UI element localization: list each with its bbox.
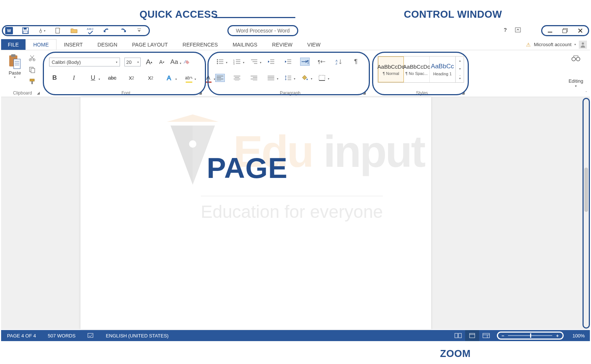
close-button[interactable] xyxy=(578,28,583,33)
annotation-bubble-styles xyxy=(372,52,469,95)
svg-rect-21 xyxy=(31,81,33,84)
svg-rect-5 xyxy=(515,28,520,32)
read-mode-icon[interactable] xyxy=(451,330,465,341)
editing-dropdown-icon: ▼ xyxy=(565,85,587,88)
svg-rect-2 xyxy=(23,31,28,33)
quick-access-toolbar: W ▾ ABC xyxy=(2,25,150,36)
new-doc-icon[interactable] xyxy=(54,27,62,34)
word-count[interactable]: 507 WORDS xyxy=(42,333,82,339)
svg-point-71 xyxy=(572,57,575,61)
group-clipboard: Paste ▼ Clipboard ◢ xyxy=(4,52,41,96)
vertical-scrollbar[interactable] xyxy=(583,98,590,329)
zoom-track[interactable] xyxy=(508,335,552,336)
callout-line xyxy=(214,17,295,18)
language-indicator[interactable]: ENGLISH (UNITED STATES) xyxy=(100,333,175,339)
clipboard-group-label: Clipboard xyxy=(4,90,41,96)
warning-icon: ⚠ xyxy=(526,42,531,48)
document-area xyxy=(1,97,590,329)
clipboard-launcher-icon[interactable]: ◢ xyxy=(37,91,40,95)
svg-rect-20 xyxy=(30,79,34,81)
scrollbar-thumb[interactable] xyxy=(584,168,588,212)
callout-quick-access: QUICK ACCESS xyxy=(140,9,218,20)
callout-control-window: CONTROL WINDOW xyxy=(404,9,502,20)
find-icon xyxy=(571,55,581,62)
tab-insert[interactable]: INSERT xyxy=(56,39,90,50)
account-dropdown-icon: ▾ xyxy=(574,43,576,46)
copy-icon[interactable] xyxy=(29,66,35,73)
window-controls xyxy=(541,25,589,36)
ribbon-tabs: FILE HOME INSERT DESIGN PAGE LAYOUT REFE… xyxy=(1,39,590,50)
undo-icon[interactable] xyxy=(103,27,110,34)
svg-rect-8 xyxy=(563,30,567,33)
tab-design[interactable]: DESIGN xyxy=(90,39,125,50)
document-page[interactable] xyxy=(80,97,431,329)
svg-rect-82 xyxy=(483,333,489,338)
account-label: Microsoft account xyxy=(534,42,571,47)
help-ribbon-opts: ? xyxy=(504,27,521,33)
status-bar: PAGE 4 OF 4 507 WORDS ENGLISH (UNITED ST… xyxy=(1,330,590,341)
account-area[interactable]: ⚠ Microsoft account ▾ xyxy=(526,39,587,50)
group-editing[interactable]: Editing ▼ xyxy=(565,52,587,96)
qat-customize-icon[interactable] xyxy=(135,27,143,34)
restore-button[interactable] xyxy=(562,28,568,33)
tab-home[interactable]: HOME xyxy=(25,39,56,50)
tab-references[interactable]: REFERENCES xyxy=(175,39,226,50)
zoom-slider[interactable]: − + xyxy=(497,332,564,340)
svg-rect-11 xyxy=(11,54,16,57)
tab-mailings[interactable]: MAILINGS xyxy=(225,39,265,50)
svg-point-72 xyxy=(576,57,580,61)
zoom-out-icon[interactable]: − xyxy=(502,333,505,339)
format-painter-icon[interactable] xyxy=(29,78,35,85)
tab-view[interactable]: VIEW xyxy=(300,39,328,50)
svg-rect-80 xyxy=(470,333,475,338)
print-layout-icon[interactable] xyxy=(465,330,479,341)
zoom-in-icon[interactable]: + xyxy=(556,333,559,339)
paste-button[interactable]: Paste ▼ xyxy=(6,54,24,79)
svg-rect-77 xyxy=(88,333,93,337)
editing-label: Editing xyxy=(565,78,587,84)
tab-file[interactable]: FILE xyxy=(1,39,25,50)
annotation-bubble-font xyxy=(43,52,206,95)
callout-zoom: ZOOM xyxy=(440,348,471,360)
proofing-icon[interactable] xyxy=(82,333,100,338)
help-icon[interactable]: ? xyxy=(504,27,507,33)
paste-dropdown-icon: ▼ xyxy=(6,76,24,79)
minimize-button[interactable] xyxy=(547,28,553,33)
svg-point-9 xyxy=(582,42,584,45)
paste-label: Paste xyxy=(6,70,24,76)
svg-rect-1 xyxy=(24,28,27,30)
cut-icon[interactable] xyxy=(29,55,35,61)
avatar-icon xyxy=(579,41,587,49)
ribbon-display-options-icon[interactable] xyxy=(515,27,521,32)
collapse-ribbon-icon[interactable]: ˆ xyxy=(585,91,587,95)
paste-icon xyxy=(8,54,22,69)
svg-rect-3 xyxy=(56,28,59,33)
callout-page: PAGE xyxy=(207,151,288,185)
touch-mode-icon[interactable]: ▾ xyxy=(38,27,45,34)
web-layout-icon[interactable] xyxy=(479,330,493,341)
redo-icon[interactable] xyxy=(119,27,127,34)
tab-review[interactable]: REVIEW xyxy=(265,39,300,50)
svg-rect-79 xyxy=(458,333,461,338)
tab-page-layout[interactable]: PAGE LAYOUT xyxy=(125,39,175,50)
save-icon[interactable] xyxy=(22,27,29,34)
open-icon[interactable] xyxy=(71,27,78,34)
svg-rect-19 xyxy=(31,68,35,73)
document-title: Word Processor - Word xyxy=(227,25,298,36)
page-indicator[interactable]: PAGE 4 OF 4 xyxy=(1,333,42,339)
spellcheck-icon[interactable]: ABC xyxy=(87,27,94,34)
word-app-icon: W xyxy=(5,27,13,34)
svg-rect-12 xyxy=(14,59,20,69)
svg-rect-78 xyxy=(455,333,458,338)
zoom-level[interactable]: 100% xyxy=(567,333,590,339)
annotation-bubble-paragraph xyxy=(207,52,370,95)
